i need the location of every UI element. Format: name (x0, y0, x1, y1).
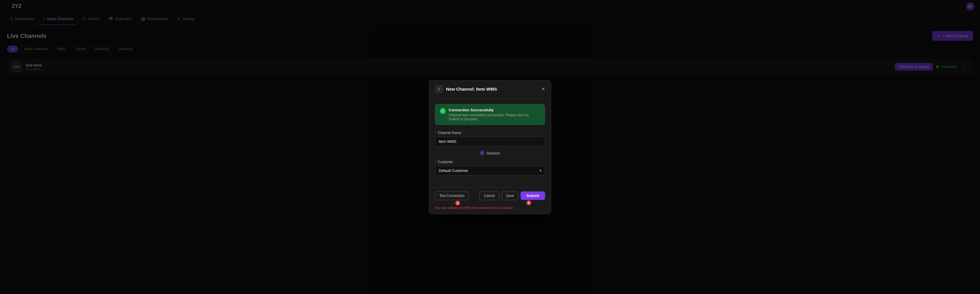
customer-select[interactable]: Default Customer (435, 166, 545, 175)
alert-text: Channel test connection successful. Plea… (449, 113, 540, 121)
modal-header: ≡ New Channel: Item WMS ✕ (429, 80, 551, 98)
save-button[interactable]: Save (502, 191, 518, 200)
test-connection-button[interactable]: Test Connection (435, 191, 469, 200)
required-asterisk: * (435, 131, 436, 135)
customer-select-wrapper: Default Customer ▾ (435, 166, 545, 175)
alert-title: Connection Successfully (449, 108, 540, 112)
annotation-num-1: 1 (455, 201, 460, 205)
modal: ≡ New Channel: Item WMS ✕ ✓ Connection S… (429, 80, 551, 214)
modal-body: ✓ Connection Successfully Channel test c… (429, 98, 551, 187)
session-radio[interactable] (480, 151, 484, 155)
channel-name-input[interactable] (435, 137, 545, 146)
cancel-button[interactable]: Cancel (479, 191, 499, 200)
annotation-1: ↑ 1 (452, 201, 460, 205)
radio-inner (481, 152, 483, 154)
modal-title: New Channel: Item WMS (446, 87, 497, 92)
success-alert: ✓ Connection Successfully Channel test c… (435, 104, 545, 125)
session-row: Session (435, 151, 545, 155)
modal-header-left: ≡ New Channel: Item WMS (435, 85, 497, 93)
submit-button[interactable]: Submit (520, 191, 545, 200)
modal-overlay: ≡ New Channel: Item WMS ✕ ✓ Connection S… (0, 0, 980, 294)
customer-required-asterisk: * (435, 160, 436, 164)
modal-icon: ≡ (435, 85, 443, 93)
success-check-icon: ✓ (440, 108, 446, 114)
hint-text: You can submit only if the test connecti… (435, 206, 513, 210)
annotation-2: 2 (527, 200, 531, 205)
footer-buttons: Test Connection ↑ 1 Cancel Save Submit 2 (435, 191, 545, 200)
channel-name-label: * Channel Name (435, 131, 545, 135)
alert-content: Connection Successfully Channel test con… (449, 108, 540, 121)
annotation-num-2: 2 (527, 200, 531, 205)
modal-close-button[interactable]: ✕ (541, 87, 545, 92)
customer-label: * Customer (435, 160, 545, 164)
annotation-arrow-1-icon: ↑ (452, 201, 455, 205)
session-label: Session (487, 151, 500, 155)
modal-footer: Test Connection ↑ 1 Cancel Save Submit 2 (429, 187, 551, 214)
